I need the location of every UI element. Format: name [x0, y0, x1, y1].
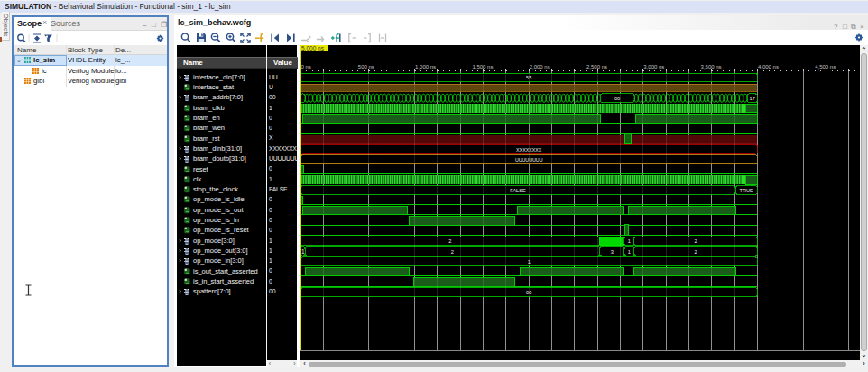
svg-text:4,000 ns: 4,000 ns — [758, 64, 779, 70]
svg-text:2,500 ns: 2,500 ns — [586, 64, 607, 70]
svg-text:2,000 ns: 2,000 ns — [530, 64, 550, 70]
svg-text:1: 1 — [628, 249, 631, 255]
svg-text:5,000 ns: 5,000 ns — [301, 45, 325, 51]
svg-text:500 ns: 500 ns — [358, 64, 374, 70]
svg-text:FALSE: FALSE — [510, 188, 526, 193]
svg-text:2: 2 — [451, 249, 454, 255]
svg-text:4,500 ns: 4,500 ns — [815, 64, 836, 70]
svg-text:1,000 ns: 1,000 ns — [415, 64, 436, 70]
svg-text:00: 00 — [614, 96, 620, 101]
svg-text:2: 2 — [695, 238, 697, 244]
svg-text:2: 2 — [695, 249, 697, 255]
svg-text:3,000 ns: 3,000 ns — [643, 64, 664, 70]
svg-text:2: 2 — [448, 238, 451, 244]
svg-text:0 ns: 0 ns — [301, 64, 311, 70]
svg-text:1,500 ns: 1,500 ns — [472, 64, 493, 70]
svg-text:1: 1 — [628, 238, 631, 244]
svg-text:1: 1 — [301, 248, 305, 255]
svg-text:17: 17 — [750, 96, 755, 101]
svg-text:TRUE: TRUE — [740, 188, 753, 193]
svg-text:3: 3 — [611, 249, 614, 255]
